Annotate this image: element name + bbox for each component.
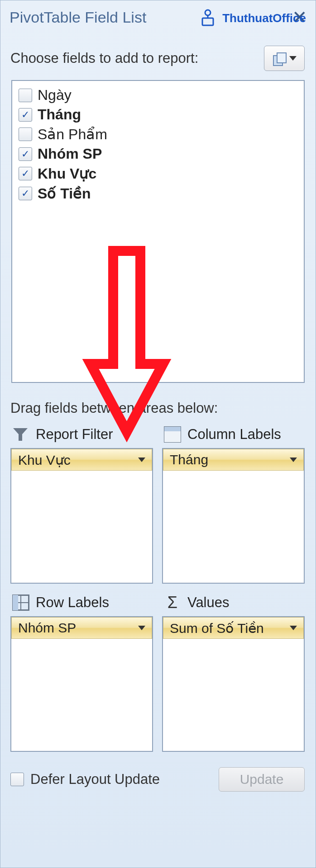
column-grid-icon <box>164 426 181 443</box>
panel-title: PivotTable Field List <box>10 9 146 26</box>
pill-label: Tháng <box>170 452 208 467</box>
field-label: Số Tiền <box>38 185 91 202</box>
field-row[interactable]: Sản Phẩm <box>17 124 299 144</box>
layout-icon <box>272 52 286 65</box>
checkbox-icon[interactable]: ✓ <box>19 187 32 200</box>
title-bar: PivotTable Field List ✕ <box>0 0 316 33</box>
checkbox-icon[interactable]: ✓ <box>19 147 32 161</box>
report-filter-area: Report Filter Khu Vực <box>10 424 153 584</box>
field-label: Tháng <box>38 106 81 123</box>
field-list[interactable]: Ngày ✓ Tháng Sản Phẩm ✓ Nhóm SP ✓ Khu Vự… <box>11 80 305 383</box>
pivottable-field-list-panel: PivotTable Field List ✕ Choose fields to… <box>0 0 316 868</box>
drag-instructions: Drag fields between areas below: <box>0 383 316 421</box>
defer-label: Defer Layout Update <box>30 771 160 788</box>
values-area: Σ Values Sum of Số Tiền <box>162 592 305 752</box>
field-label: Sản Phẩm <box>38 126 107 143</box>
area-header: Report Filter <box>10 424 153 448</box>
chevron-down-icon <box>138 626 145 630</box>
pill-label: Sum of Số Tiền <box>170 620 264 636</box>
field-pill[interactable]: Khu Vực <box>11 449 152 471</box>
pill-label: Khu Vực <box>18 452 71 468</box>
area-header: Σ Values <box>162 592 305 616</box>
footer: Defer Layout Update Update <box>0 752 316 792</box>
chevron-down-icon <box>290 626 297 630</box>
checkbox-icon[interactable]: ✓ <box>19 108 32 122</box>
field-row[interactable]: Ngày <box>17 85 299 105</box>
choose-fields-label: Choose fields to add to report: <box>10 50 198 66</box>
area-header: Row Labels <box>10 592 153 616</box>
area-label: Row Labels <box>36 594 109 611</box>
field-row[interactable]: ✓ Số Tiền <box>17 184 299 203</box>
drop-areas: Report Filter Khu Vực Column Labels Thán… <box>0 421 316 752</box>
field-label: Nhóm SP <box>38 146 102 162</box>
row-grid-icon <box>12 594 29 611</box>
area-label: Column Labels <box>187 426 281 443</box>
update-button: Update <box>219 767 305 792</box>
area-header: Column Labels <box>162 424 305 448</box>
field-label: Khu Vực <box>38 165 96 182</box>
drop-zone[interactable]: Sum of Số Tiền <box>162 616 305 752</box>
area-label: Values <box>187 594 230 611</box>
drop-zone[interactable]: Tháng <box>162 448 305 584</box>
choose-row: Choose fields to add to report: <box>0 33 316 77</box>
field-row[interactable]: ✓ Nhóm SP <box>17 144 299 164</box>
area-label: Report Filter <box>36 426 113 443</box>
field-pill[interactable]: Sum of Số Tiền <box>163 617 304 639</box>
column-labels-area: Column Labels Tháng <box>162 424 305 584</box>
field-pill[interactable]: Tháng <box>163 449 304 471</box>
field-label: Ngày <box>38 87 72 104</box>
layout-options-button[interactable] <box>264 46 305 71</box>
funnel-icon <box>12 426 29 443</box>
checkbox-icon[interactable] <box>19 89 32 102</box>
update-label: Update <box>240 772 284 787</box>
field-pill[interactable]: Nhóm SP <box>11 617 152 639</box>
chevron-down-icon <box>290 458 297 462</box>
pill-label: Nhóm SP <box>18 620 76 636</box>
drop-zone[interactable]: Nhóm SP <box>10 616 153 752</box>
row-labels-area: Row Labels Nhóm SP <box>10 592 153 752</box>
checkbox-icon[interactable]: ✓ <box>19 167 32 180</box>
defer-layout-checkbox[interactable]: Defer Layout Update <box>10 771 160 788</box>
drop-zone[interactable]: Khu Vực <box>10 448 153 584</box>
chevron-down-icon <box>138 458 145 462</box>
close-icon[interactable]: ✕ <box>292 7 307 28</box>
checkbox-icon[interactable] <box>19 127 32 141</box>
sigma-icon: Σ <box>164 594 181 611</box>
checkbox-icon[interactable] <box>10 773 24 786</box>
chevron-down-icon <box>289 56 297 61</box>
field-row[interactable]: ✓ Tháng <box>17 105 299 124</box>
field-row[interactable]: ✓ Khu Vực <box>17 164 299 184</box>
